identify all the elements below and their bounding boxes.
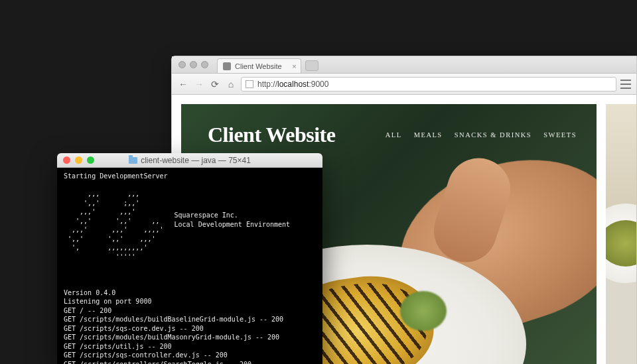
folder-icon xyxy=(129,157,137,164)
terminal-title: client-website — java — 75×41 xyxy=(57,156,322,165)
browser-menu-button[interactable] xyxy=(620,80,631,89)
site-header: Client Website ALL MEALS SNACKS & DRINKS… xyxy=(208,123,577,147)
window-zoom-dot[interactable] xyxy=(201,61,208,68)
nav-link-all[interactable]: ALL xyxy=(386,131,402,139)
terminal-log-line: GET /scripts/modules/buildMasonryGrid-mo… xyxy=(64,334,279,341)
terminal-zoom-dot[interactable] xyxy=(87,156,94,164)
terminal-env: Local Development Environment xyxy=(175,221,291,228)
terminal-log-line: GET /scripts/sqs-controller.dev.js -- 20… xyxy=(64,351,228,359)
nav-link-meals[interactable]: MEALS xyxy=(414,131,443,139)
close-tab-icon[interactable]: × xyxy=(292,62,296,70)
tab-title: Client Website xyxy=(235,62,282,70)
forward-button[interactable]: → xyxy=(193,79,205,90)
nav-link-sweets[interactable]: SWEETS xyxy=(543,131,577,139)
window-minimize-dot[interactable] xyxy=(190,61,197,68)
address-bar[interactable]: http://localhost:9000 xyxy=(241,77,616,91)
browser-toolbar: ← → ⟳ ⌂ http://localhost:9000 xyxy=(172,74,636,95)
terminal-close-dot[interactable] xyxy=(63,156,70,164)
home-button[interactable]: ⌂ xyxy=(225,79,237,90)
terminal-traffic-lights xyxy=(63,156,94,164)
terminal-log-line: GET /scripts/modules/buildBaselineGrid-m… xyxy=(64,316,283,323)
browser-traffic-lights xyxy=(178,61,208,68)
site-nav: ALL MEALS SNACKS & DRINKS SWEETS xyxy=(386,131,577,139)
terminal-ascii-art: ,,, ,,, ',,' ;,,' ,,,' ,,,' ',,' ',,' ,,… xyxy=(64,190,164,261)
terminal-log-line: GET /scripts/sqs-core.dev.js -- 200 xyxy=(64,325,204,332)
browser-tab-strip: Client Website × xyxy=(172,56,636,74)
terminal-line-starting: Starting DevelopmentServer xyxy=(64,172,168,180)
favicon-icon xyxy=(223,62,231,70)
nav-link-snacks-drinks[interactable]: SNACKS & DRINKS xyxy=(455,131,531,139)
url-host: localhost xyxy=(277,80,309,89)
terminal-body[interactable]: Starting DevelopmentServer ,,, ,,, ',,' … xyxy=(57,168,322,364)
terminal-log-line: Listening on port 9000 xyxy=(64,298,151,305)
terminal-titlebar: client-website — java — 75×41 xyxy=(57,153,322,168)
terminal-window: client-website — java — 75×41 Starting D… xyxy=(57,153,322,364)
terminal-log-line: GET /scripts/util.js -- 200 xyxy=(64,343,172,350)
browser-tab[interactable]: Client Website × xyxy=(217,58,301,73)
url-port: :9000 xyxy=(309,80,328,89)
new-tab-button[interactable] xyxy=(305,60,318,71)
terminal-company: Squarespace Inc. xyxy=(175,212,238,219)
back-button[interactable]: ← xyxy=(177,79,189,90)
site-title[interactable]: Client Website xyxy=(208,123,335,147)
url-prefix: http:// xyxy=(257,80,277,89)
terminal-minimize-dot[interactable] xyxy=(75,156,82,164)
secondary-card[interactable] xyxy=(606,104,636,364)
window-close-dot[interactable] xyxy=(178,61,186,68)
terminal-ascii-text: Squarespace Inc. Local Development Envir… xyxy=(164,190,291,261)
terminal-title-text: client-website — java — 75×41 xyxy=(141,156,251,165)
terminal-log-line: GET /scripts/controllers/SearchToggle.js… xyxy=(64,361,251,365)
reload-button[interactable]: ⟳ xyxy=(209,79,221,90)
page-icon xyxy=(246,80,253,88)
terminal-log-line: Version 0.4.0 xyxy=(64,289,115,296)
terminal-log-line: GET / -- 200 xyxy=(64,307,111,314)
